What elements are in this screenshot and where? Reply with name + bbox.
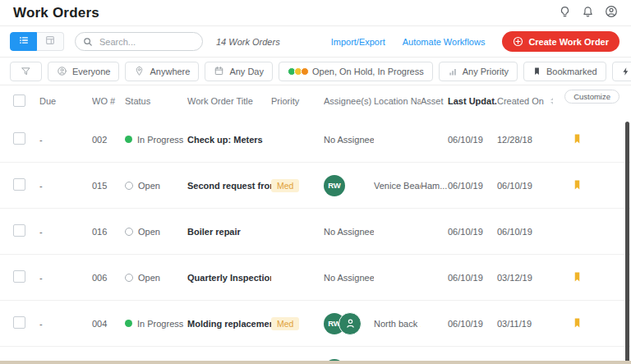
work-order-row[interactable]: -015OpenSecond request from Rac...MedRWV… (0, 163, 631, 209)
work-orders-table: Customize DueWO #StatusWork Order TitleP… (0, 85, 631, 364)
automate-workflows-link[interactable]: Automate Workflows (403, 37, 486, 47)
assignees-cell: No Assignee(s) (324, 227, 374, 237)
work-order-title-cell[interactable]: Second request from Rac... (187, 181, 271, 191)
status-dot-icon (125, 274, 133, 282)
wo-number-cell: 004 (92, 319, 125, 329)
filter-chips: EveryoneAnywhereAny DayOpen, On Hold, In… (10, 62, 606, 81)
view-toggle-group (10, 32, 64, 51)
priority-badge: Med (271, 317, 299, 330)
column-header-location-na[interactable]: Location Na (374, 96, 421, 106)
priority-bars-icon (448, 67, 458, 76)
filter-chip-bookmarked[interactable]: Bookmarked (523, 62, 606, 81)
due-cell: - (39, 181, 92, 191)
tips-button[interactable] (559, 6, 571, 21)
column-header-asset[interactable]: Asset (421, 96, 448, 106)
column-header-work-order-title[interactable]: Work Order Title (187, 96, 271, 106)
list-view-icon (18, 35, 30, 48)
priority-cell: Med (271, 317, 324, 330)
filter-chip-anywhere[interactable]: Anywhere (125, 62, 199, 81)
table-body: -002In ProgressCheck up: MetersNo Assign… (0, 117, 631, 364)
select-all-checkbox[interactable] (13, 94, 25, 107)
status-label: In Progress (137, 135, 183, 145)
wo-number-cell: 002 (92, 135, 125, 145)
work-order-row[interactable]: -006OpenQuarterly Inspection- So...No As… (0, 255, 631, 301)
status-label: Open (138, 181, 160, 191)
status-dots-icon (288, 67, 307, 76)
work-order-row[interactable]: -004In ProgressMolding replacementMedRWN… (0, 301, 631, 347)
created-on-cell: 06/10/19 (497, 227, 553, 237)
column-header-priority[interactable]: Priority (271, 96, 324, 106)
profile-button[interactable] (605, 5, 618, 21)
work-order-title-cell[interactable]: Molding replacement (187, 319, 271, 329)
bookmark-icon[interactable] (553, 179, 631, 192)
funnel-icon (21, 66, 31, 76)
column-header-wo-#[interactable]: WO # (92, 96, 125, 106)
status-dot-icon (125, 136, 132, 143)
filter-chip-label: Bookmarked (546, 67, 597, 76)
filter-chip-label: Any Day (229, 67, 264, 76)
column-header-due[interactable]: Due (39, 96, 92, 106)
row-checkbox[interactable] (13, 270, 25, 283)
work-order-title-cell[interactable]: Check up: Meters (187, 135, 271, 145)
column-label: Status (125, 96, 150, 106)
created-on-cell: 03/11/19 (497, 319, 553, 329)
status-label: In Progress (137, 319, 183, 329)
row-checkbox[interactable] (13, 178, 25, 191)
list-view-toggle[interactable] (10, 32, 37, 51)
assignees-cell: No Assignee(s) (324, 135, 374, 145)
assignee-avatar: RW (324, 175, 345, 196)
row-checkbox[interactable] (13, 132, 25, 145)
status-label: Open (138, 227, 160, 237)
card-view-icon (44, 35, 56, 48)
filter-chip-everyone[interactable]: Everyone (48, 62, 119, 81)
work-order-title-cell[interactable]: Quarterly Inspection- So... (187, 273, 271, 283)
due-cell: - (39, 319, 92, 329)
notifications-button[interactable] (582, 6, 594, 21)
wo-number-cell: 015 (92, 181, 125, 191)
bookmark-icon[interactable] (553, 271, 631, 284)
filter-chip-label: Open, On Hold, In Progress (312, 67, 424, 76)
assignees-cell: RW (324, 312, 374, 335)
search-field[interactable] (98, 36, 195, 48)
sort-icon[interactable] (550, 98, 553, 104)
last-updated-cell: 06/10/19 (448, 227, 497, 237)
row-checkbox[interactable] (13, 316, 25, 329)
search-icon (83, 37, 93, 47)
asset-cell: Ham... (421, 181, 448, 191)
wo-number-cell: 016 (92, 227, 125, 237)
wo-number-cell: 006 (92, 273, 125, 283)
horizontal-scrollbar[interactable] (0, 361, 631, 364)
bookmark-icon[interactable] (553, 133, 631, 146)
column-header-last-updat[interactable]: Last Updat... (448, 96, 497, 106)
bookmark-icon[interactable] (553, 317, 631, 330)
calendar-icon (214, 66, 224, 76)
filter-chip-label: Everyone (72, 67, 110, 76)
table-header-row: DueWO #StatusWork Order TitlePriorityAss… (0, 85, 631, 117)
due-cell: - (39, 135, 92, 145)
filter-chip-any-day[interactable]: Any Day (205, 62, 273, 81)
column-header-assignee-s[interactable]: Assignee(s) (324, 96, 374, 106)
filter-chip-any-priority[interactable]: Any Priority (439, 62, 518, 81)
filter-chip-funnel[interactable] (10, 62, 42, 81)
status-cell: Open (125, 181, 187, 191)
create-work-order-button[interactable]: Create Work Order (502, 31, 619, 52)
bell-icon (582, 6, 594, 21)
work-order-row[interactable]: -002In ProgressCheck up: MetersNo Assign… (0, 117, 631, 163)
row-checkbox[interactable] (13, 224, 25, 237)
column-label: Created On (497, 96, 544, 106)
card-view-toggle[interactable] (37, 32, 64, 51)
column-header-created-on[interactable]: Created On (497, 96, 553, 106)
work-order-title-cell[interactable]: Boiler repair (187, 227, 271, 237)
location-cell: Venice Beac... (374, 181, 421, 191)
create-work-order-label: Create Work Order (528, 37, 609, 47)
customize-button[interactable]: Customize (564, 90, 619, 104)
assignees-cell: No Assignee(s) (324, 273, 374, 283)
work-order-row[interactable]: -016OpenBoiler repairNo Assignee(s)06/10… (0, 209, 631, 255)
quick-filters-button[interactable]: Quick Filters (612, 62, 631, 81)
filter-chip-open-on-hold-in-progress[interactable]: Open, On Hold, In Progress (279, 62, 433, 81)
column-header-status[interactable]: Status (125, 96, 187, 106)
import-export-link[interactable]: Import/Export (331, 37, 385, 47)
vertical-scrollbar[interactable] (625, 122, 629, 364)
created-on-cell: 06/10/19 (497, 181, 553, 191)
search-input[interactable] (75, 32, 203, 51)
